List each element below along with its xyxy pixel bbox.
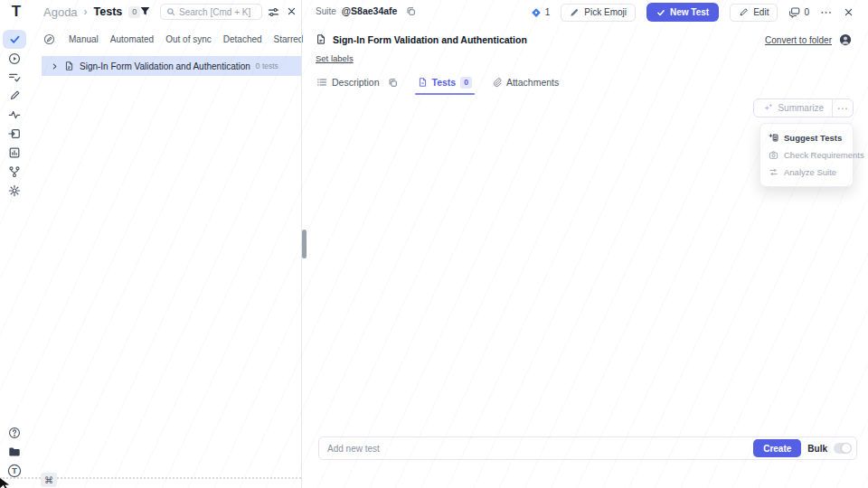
copy-suite-id-button[interactable]	[406, 6, 416, 16]
report-chart-icon	[8, 146, 21, 159]
create-button[interactable]: Create	[753, 439, 801, 457]
emoji-pencil-icon	[570, 7, 580, 17]
set-labels-link[interactable]: Set labels	[316, 53, 354, 63]
filter-settings-button[interactable]	[267, 5, 279, 18]
help-button[interactable]	[3, 423, 26, 442]
close-icon	[844, 7, 854, 17]
projects-button[interactable]	[3, 442, 26, 461]
t-circle-icon: T	[7, 464, 22, 478]
breadcrumb-project[interactable]: Agoda	[43, 5, 78, 19]
edit-label: Edit	[753, 7, 769, 17]
breadcrumb: Agoda › Tests 0	[43, 5, 140, 19]
nav-runs-button[interactable]	[3, 49, 26, 68]
suite-label: Suite	[316, 6, 336, 16]
list-icon	[316, 77, 327, 88]
tab-attachments-label: Attachments	[506, 77, 559, 88]
check-icon	[9, 33, 21, 45]
summarize-button[interactable]: Summarize	[754, 99, 832, 117]
summarize-more-button[interactable]: ⋯	[833, 99, 853, 117]
pick-emoji-label: Pick Emoji	[584, 7, 627, 17]
pen-icon	[9, 89, 21, 101]
new-test-button[interactable]: New Test	[646, 3, 719, 22]
convert-to-folder-link[interactable]: Convert to folder	[765, 35, 832, 45]
check-icon	[656, 8, 665, 17]
left-panel-close-button[interactable]	[286, 5, 297, 17]
suite-id-bar: Suite @S8ae34afe	[316, 5, 416, 16]
more-actions-button[interactable]: ⋯	[820, 6, 833, 18]
new-test-label: New Test	[670, 7, 709, 17]
search-box	[160, 4, 262, 20]
nav-reports-button[interactable]	[3, 143, 26, 162]
import-icon	[8, 127, 21, 140]
filter-tab-detached[interactable]: Detached	[223, 34, 262, 44]
shortcut-chip[interactable]: ⌘	[41, 473, 57, 487]
convert-row: Convert to folder	[765, 33, 852, 46]
copy-description-button[interactable]	[388, 78, 398, 88]
add-new-test-input[interactable]	[327, 444, 747, 454]
search-icon	[166, 7, 175, 16]
suite-actions: 1 Pick Emoji New Test Edit 0 ⋯	[531, 3, 854, 22]
pulse-icon	[8, 108, 21, 121]
filter-tab-automated[interactable]: Automated	[110, 34, 154, 44]
bulk-toggle[interactable]	[834, 443, 852, 454]
summarize-label: Summarize	[778, 103, 824, 113]
question-icon	[8, 427, 21, 439]
bulk-edit-button[interactable]	[43, 33, 55, 45]
analyze-suite-icon	[769, 167, 778, 177]
summarize-button-group: Summarize ⋯	[753, 99, 854, 117]
nav-import-button[interactable]	[3, 124, 26, 143]
nav-tests-button[interactable]	[3, 30, 26, 49]
menu-item-check-requirements[interactable]: Check Requirements	[760, 146, 853, 164]
close-icon	[287, 6, 297, 16]
document-icon	[64, 61, 74, 71]
nav-branches-button[interactable]	[3, 162, 26, 181]
filter-tab-manual[interactable]: Manual	[69, 34, 99, 44]
add-test-bar: Create Bulk	[318, 436, 857, 460]
paperclip-icon	[492, 77, 502, 88]
filter-tabs: Manual Automated Out of sync Detached St…	[43, 33, 303, 46]
tab-tests-count-badge: 0	[460, 77, 472, 89]
nav-plans-button[interactable]	[3, 67, 26, 86]
list-check-icon	[8, 70, 21, 83]
pick-emoji-button[interactable]: Pick Emoji	[561, 4, 636, 22]
menu-item-label: Check Requirements	[784, 150, 864, 160]
search-input[interactable]	[179, 7, 256, 17]
document-icon	[418, 77, 428, 88]
filter-button[interactable]	[138, 5, 152, 18]
tab-attachments[interactable]: Attachments	[492, 77, 559, 88]
circle-pencil-icon	[43, 33, 55, 45]
gem-count: 1	[545, 7, 551, 17]
breadcrumb-section[interactable]: Tests	[94, 5, 123, 18]
suggest-tests-icon	[769, 133, 778, 143]
tab-tests[interactable]: Tests 0	[418, 77, 472, 89]
bulk-label: Bulk	[807, 444, 827, 454]
gem-indicator[interactable]: 1	[531, 7, 551, 18]
comments-icon	[788, 6, 800, 18]
tab-description[interactable]: Description	[316, 77, 398, 88]
branch-icon	[8, 165, 21, 178]
pencil-icon	[739, 7, 749, 17]
chevron-right-icon[interactable]	[51, 62, 59, 70]
nav-analytics-button[interactable]	[3, 105, 26, 124]
check-requirements-icon	[769, 150, 778, 160]
menu-item-suggest-tests[interactable]: Suggest Tests	[760, 129, 853, 146]
sliders-icon	[268, 6, 279, 18]
nav-compose-button[interactable]	[3, 86, 26, 105]
main-close-button[interactable]	[844, 7, 854, 17]
edit-button[interactable]: Edit	[730, 4, 778, 22]
comments-button[interactable]: 0	[788, 6, 809, 18]
page-title-row: Sign-In Form Validation and Authenticati…	[316, 33, 527, 45]
tab-tests-label: Tests	[432, 77, 457, 88]
app-logo[interactable]: T	[6, 3, 26, 21]
filter-tab-starred[interactable]: Starred	[274, 34, 304, 44]
suite-tree-row[interactable]: Sign-In Form Validation and Authenticati…	[42, 56, 301, 76]
ai-dropdown-menu: Suggest Tests Check Requirements Analyze…	[760, 123, 854, 187]
tab-description-label: Description	[332, 77, 380, 88]
avatar[interactable]	[839, 33, 852, 46]
menu-item-analyze-suite[interactable]: Analyze Suite	[760, 164, 853, 181]
panel-resize-handle[interactable]	[302, 230, 307, 258]
suite-id: @S8ae34afe	[342, 5, 398, 16]
breadcrumb-separator: ›	[84, 5, 88, 18]
nav-settings-button[interactable]	[3, 181, 26, 200]
filter-tab-out-of-sync[interactable]: Out of sync	[165, 34, 212, 44]
